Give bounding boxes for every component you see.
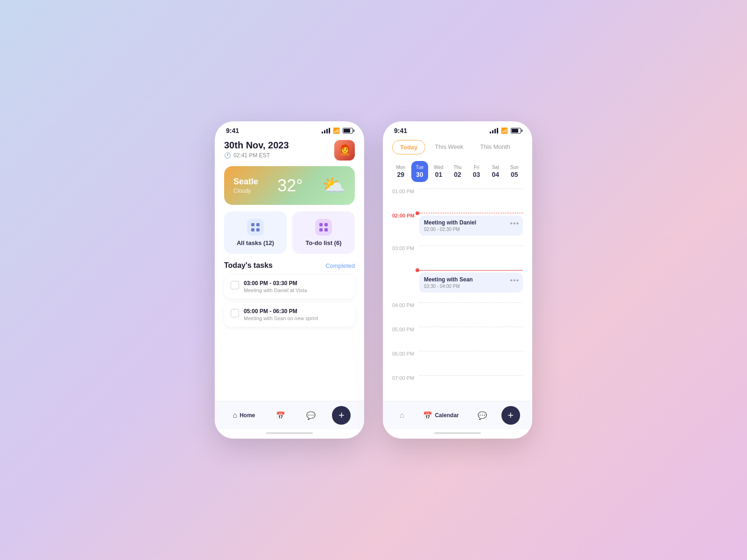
home-label: Home [240,412,255,419]
day-fri-03[interactable]: Fri 03 [468,161,485,182]
battery-icon-right [511,128,521,133]
todo-label: To-do list (6) [305,239,341,246]
day-tue-30[interactable]: Tue 30 [411,161,429,182]
task-checkbox-0[interactable] [231,281,239,289]
home-icon: ⌂ [233,411,237,420]
home-indicator-right [434,432,481,434]
task-time-1: 05:00 PM - 06:30 PM [244,308,318,315]
status-time-right: 9:41 [394,127,407,134]
event-title-daniel: Meeting with Daniel [424,219,518,226]
nav-calendar-left[interactable]: 📅 [271,408,290,423]
day-selector: Mon 29 Tue 30 Wed 01 Thu 02 Fri 03 Sat 0… [392,161,523,182]
task-checkbox-1[interactable] [231,309,239,317]
status-time-left: 9:41 [226,127,239,134]
calendar-icon-left: 📅 [276,411,285,420]
all-tasks-icon [247,219,264,236]
tab-this-month[interactable]: This Month [473,140,518,154]
time-label-7pm: 07:00 PM [392,375,419,381]
calendar-label: Calendar [435,412,458,419]
status-bar-right: 9:41 📶 [383,121,532,138]
calendar-scroll: 01:00 PM 02:00 PM Meeting with Daniel 02… [392,189,523,401]
date-section: 30th Nov, 2023 🕐 02:41 PM EST [224,140,289,159]
time-line-3pm [419,245,523,246]
weather-left: Seatle Cloudy [233,177,258,194]
signal-icon-right [490,128,498,133]
current-line-sean [419,270,523,271]
time-line-4pm [419,302,523,303]
tab-today[interactable]: Today [392,140,425,154]
time-label-5pm: 05:00 PM [392,327,419,332]
event-card-sean[interactable]: Meeting with Sean 03:30 - 04:00 PM ••• [419,273,523,293]
time-text: 02:41 PM EST [233,152,270,159]
task-time-0: 03:00 PM - 03:30 PM [244,280,307,287]
event-card-daniel[interactable]: Meeting with Daniel 02:00 - 02:30 PM ••• [419,216,523,236]
task-info-0: 03:00 PM - 03:30 PM Meeting with Daniel … [244,280,307,293]
todo-icon [315,219,332,236]
calendar-tabs: Today This Week This Month [392,140,523,154]
right-phone: 9:41 📶 Today This Week This Month Mon [383,121,532,439]
day-thu-02[interactable]: Thu 02 [449,161,466,182]
time-label-3pm: 03:00 PM [392,245,419,251]
svg-rect-0 [251,223,254,226]
date-text: 30th Nov, 2023 [224,140,289,151]
nav-calendar-right[interactable]: 📅 Calendar [418,408,463,423]
signal-icon [322,128,330,133]
completed-link[interactable]: Completed [325,262,355,269]
time-label-6pm: 06:00 PM [392,351,419,357]
time-label-4pm: 04:00 PM [392,302,419,308]
weather-city: Seatle [233,177,258,187]
current-dot-sean [416,268,419,272]
weather-icon: ⛅ [322,175,345,196]
add-button-left[interactable]: + [332,406,351,425]
time-line-6pm [419,351,523,351]
section-title: Today's tasks [224,261,273,270]
nav-home-right[interactable]: ⌂ [395,408,409,422]
right-phone-content: Today This Week This Month Mon 29 Tue 30… [383,138,532,401]
add-button-right[interactable]: + [501,406,520,425]
status-bar-left: 9:41 📶 [215,121,364,138]
event-more-daniel[interactable]: ••• [510,219,519,228]
all-tasks-tile[interactable]: All tasks (12) [224,211,287,254]
time-row-3pm: 03:00 PM [392,245,523,270]
time-line-330pm [419,270,523,270]
day-mon-29[interactable]: Mon 29 [392,161,409,182]
time-row-6pm: 06:00 PM [392,351,523,375]
time-row-4pm: 04:00 PM [392,302,523,327]
day-wed-01[interactable]: Wed 01 [430,161,447,182]
todo-tile[interactable]: To-do list (6) [292,211,355,254]
battery-icon [343,128,353,133]
svg-rect-2 [251,228,254,231]
time-line-7pm [419,375,523,376]
nav-chat-right[interactable]: 💬 [473,408,492,423]
chat-icon-left: 💬 [306,411,316,420]
nav-chat-left[interactable]: 💬 [302,408,320,423]
nav-home-left[interactable]: ⌂ Home [228,408,260,422]
avatar[interactable]: 🧑‍🦰 [334,140,355,161]
time-label-1pm: 01:00 PM [392,189,419,194]
time-row-2pm: 02:00 PM Meeting with Daniel 02:00 - 02:… [392,213,523,245]
event-more-sean[interactable]: ••• [510,276,519,285]
avatar-image: 🧑‍🦰 [334,140,355,161]
left-phone: 9:41 📶 30th Nov, 2023 🕐 02:41 PM EST [215,121,364,439]
event-title-sean: Meeting with Sean [424,276,518,283]
home-indicator-left [266,432,313,434]
time-line-1pm [419,189,523,189]
tab-this-week[interactable]: This Week [427,140,471,154]
time-row-1pm: 01:00 PM [392,189,523,213]
day-sun-05[interactable]: Sun 05 [506,161,523,182]
wifi-icon-right: 📶 [501,127,508,134]
all-tasks-label: All tasks (12) [237,239,274,246]
task-info-1: 05:00 PM - 06:30 PM Meeting with Sean on… [244,308,318,321]
svg-rect-7 [324,228,328,231]
weather-card: Seatle Cloudy 32° ⛅ [224,166,355,205]
status-icons-left: 📶 [322,127,353,134]
home-icon-right: ⌂ [400,411,404,420]
svg-rect-4 [319,223,323,226]
svg-rect-6 [319,228,323,231]
day-sat-04[interactable]: Sat 04 [487,161,504,182]
wifi-icon: 📶 [333,127,340,134]
task-item-1[interactable]: 05:00 PM - 06:30 PM Meeting with Sean on… [224,302,355,327]
task-name-1: Meeting with Sean on new sprint [244,315,318,321]
quick-tiles: All tasks (12) To-do list (6) [224,211,355,254]
task-item-0[interactable]: 03:00 PM - 03:30 PM Meeting with Daniel … [224,274,355,299]
